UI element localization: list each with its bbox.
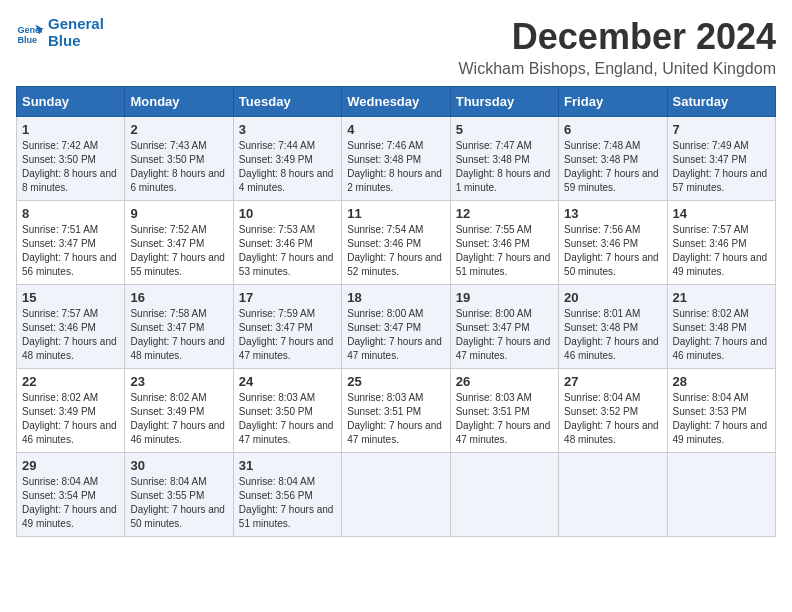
calendar-cell-1-3: 11Sunrise: 7:54 AM Sunset: 3:46 PM Dayli…	[342, 201, 450, 285]
day-content-4: Sunrise: 7:46 AM Sunset: 3:48 PM Dayligh…	[347, 139, 444, 195]
day-number-29: 29	[22, 458, 119, 473]
calendar-cell-4-6	[667, 453, 775, 537]
calendar-cell-0-2: 3Sunrise: 7:44 AM Sunset: 3:49 PM Daylig…	[233, 117, 341, 201]
logo-line1: General	[48, 16, 104, 33]
calendar-cell-2-2: 17Sunrise: 7:59 AM Sunset: 3:47 PM Dayli…	[233, 285, 341, 369]
logo-line2: Blue	[48, 33, 104, 50]
day-content-6: Sunrise: 7:48 AM Sunset: 3:48 PM Dayligh…	[564, 139, 661, 195]
day-content-16: Sunrise: 7:58 AM Sunset: 3:47 PM Dayligh…	[130, 307, 227, 363]
calendar-cell-0-0: 1Sunrise: 7:42 AM Sunset: 3:50 PM Daylig…	[17, 117, 125, 201]
header-tuesday: Tuesday	[233, 87, 341, 117]
calendar-cell-2-3: 18Sunrise: 8:00 AM Sunset: 3:47 PM Dayli…	[342, 285, 450, 369]
calendar-cell-3-5: 27Sunrise: 8:04 AM Sunset: 3:52 PM Dayli…	[559, 369, 667, 453]
calendar-cell-2-5: 20Sunrise: 8:01 AM Sunset: 3:48 PM Dayli…	[559, 285, 667, 369]
week-row-1: 1Sunrise: 7:42 AM Sunset: 3:50 PM Daylig…	[17, 117, 776, 201]
day-content-11: Sunrise: 7:54 AM Sunset: 3:46 PM Dayligh…	[347, 223, 444, 279]
calendar-cell-2-4: 19Sunrise: 8:00 AM Sunset: 3:47 PM Dayli…	[450, 285, 558, 369]
calendar-header-row: Sunday Monday Tuesday Wednesday Thursday…	[17, 87, 776, 117]
header: General Blue General Blue December 2024 …	[16, 16, 776, 78]
day-number-13: 13	[564, 206, 661, 221]
day-number-7: 7	[673, 122, 770, 137]
header-wednesday: Wednesday	[342, 87, 450, 117]
header-sunday: Sunday	[17, 87, 125, 117]
day-content-31: Sunrise: 8:04 AM Sunset: 3:56 PM Dayligh…	[239, 475, 336, 531]
day-number-11: 11	[347, 206, 444, 221]
calendar-table: Sunday Monday Tuesday Wednesday Thursday…	[16, 86, 776, 537]
day-content-2: Sunrise: 7:43 AM Sunset: 3:50 PM Dayligh…	[130, 139, 227, 195]
calendar-subtitle: Wickham Bishops, England, United Kingdom	[459, 60, 777, 78]
day-content-30: Sunrise: 8:04 AM Sunset: 3:55 PM Dayligh…	[130, 475, 227, 531]
day-content-9: Sunrise: 7:52 AM Sunset: 3:47 PM Dayligh…	[130, 223, 227, 279]
day-number-30: 30	[130, 458, 227, 473]
day-number-31: 31	[239, 458, 336, 473]
day-number-25: 25	[347, 374, 444, 389]
week-row-4: 22Sunrise: 8:02 AM Sunset: 3:49 PM Dayli…	[17, 369, 776, 453]
calendar-cell-3-0: 22Sunrise: 8:02 AM Sunset: 3:49 PM Dayli…	[17, 369, 125, 453]
day-number-2: 2	[130, 122, 227, 137]
day-number-21: 21	[673, 290, 770, 305]
calendar-cell-1-4: 12Sunrise: 7:55 AM Sunset: 3:46 PM Dayli…	[450, 201, 558, 285]
day-number-20: 20	[564, 290, 661, 305]
day-number-17: 17	[239, 290, 336, 305]
day-number-8: 8	[22, 206, 119, 221]
day-content-10: Sunrise: 7:53 AM Sunset: 3:46 PM Dayligh…	[239, 223, 336, 279]
day-content-22: Sunrise: 8:02 AM Sunset: 3:49 PM Dayligh…	[22, 391, 119, 447]
calendar-cell-4-2: 31Sunrise: 8:04 AM Sunset: 3:56 PM Dayli…	[233, 453, 341, 537]
calendar-cell-1-6: 14Sunrise: 7:57 AM Sunset: 3:46 PM Dayli…	[667, 201, 775, 285]
day-number-9: 9	[130, 206, 227, 221]
day-content-29: Sunrise: 8:04 AM Sunset: 3:54 PM Dayligh…	[22, 475, 119, 531]
day-number-24: 24	[239, 374, 336, 389]
logo-icon: General Blue	[16, 19, 44, 47]
day-number-18: 18	[347, 290, 444, 305]
day-number-6: 6	[564, 122, 661, 137]
calendar-cell-2-1: 16Sunrise: 7:58 AM Sunset: 3:47 PM Dayli…	[125, 285, 233, 369]
calendar-cell-3-6: 28Sunrise: 8:04 AM Sunset: 3:53 PM Dayli…	[667, 369, 775, 453]
calendar-cell-1-2: 10Sunrise: 7:53 AM Sunset: 3:46 PM Dayli…	[233, 201, 341, 285]
day-content-12: Sunrise: 7:55 AM Sunset: 3:46 PM Dayligh…	[456, 223, 553, 279]
header-monday: Monday	[125, 87, 233, 117]
calendar-cell-1-5: 13Sunrise: 7:56 AM Sunset: 3:46 PM Dayli…	[559, 201, 667, 285]
day-content-25: Sunrise: 8:03 AM Sunset: 3:51 PM Dayligh…	[347, 391, 444, 447]
calendar-cell-1-1: 9Sunrise: 7:52 AM Sunset: 3:47 PM Daylig…	[125, 201, 233, 285]
week-row-3: 15Sunrise: 7:57 AM Sunset: 3:46 PM Dayli…	[17, 285, 776, 369]
day-number-1: 1	[22, 122, 119, 137]
day-number-15: 15	[22, 290, 119, 305]
logo: General Blue General Blue	[16, 16, 104, 49]
calendar-cell-0-1: 2Sunrise: 7:43 AM Sunset: 3:50 PM Daylig…	[125, 117, 233, 201]
day-content-5: Sunrise: 7:47 AM Sunset: 3:48 PM Dayligh…	[456, 139, 553, 195]
calendar-cell-4-0: 29Sunrise: 8:04 AM Sunset: 3:54 PM Dayli…	[17, 453, 125, 537]
day-content-1: Sunrise: 7:42 AM Sunset: 3:50 PM Dayligh…	[22, 139, 119, 195]
day-content-8: Sunrise: 7:51 AM Sunset: 3:47 PM Dayligh…	[22, 223, 119, 279]
header-saturday: Saturday	[667, 87, 775, 117]
day-content-28: Sunrise: 8:04 AM Sunset: 3:53 PM Dayligh…	[673, 391, 770, 447]
calendar-cell-4-4	[450, 453, 558, 537]
calendar-cell-3-4: 26Sunrise: 8:03 AM Sunset: 3:51 PM Dayli…	[450, 369, 558, 453]
day-number-27: 27	[564, 374, 661, 389]
day-number-14: 14	[673, 206, 770, 221]
day-content-20: Sunrise: 8:01 AM Sunset: 3:48 PM Dayligh…	[564, 307, 661, 363]
day-number-3: 3	[239, 122, 336, 137]
day-content-18: Sunrise: 8:00 AM Sunset: 3:47 PM Dayligh…	[347, 307, 444, 363]
calendar-cell-2-0: 15Sunrise: 7:57 AM Sunset: 3:46 PM Dayli…	[17, 285, 125, 369]
calendar-cell-3-1: 23Sunrise: 8:02 AM Sunset: 3:49 PM Dayli…	[125, 369, 233, 453]
calendar-cell-2-6: 21Sunrise: 8:02 AM Sunset: 3:48 PM Dayli…	[667, 285, 775, 369]
calendar-cell-4-5	[559, 453, 667, 537]
day-content-19: Sunrise: 8:00 AM Sunset: 3:47 PM Dayligh…	[456, 307, 553, 363]
day-content-23: Sunrise: 8:02 AM Sunset: 3:49 PM Dayligh…	[130, 391, 227, 447]
day-number-28: 28	[673, 374, 770, 389]
day-content-26: Sunrise: 8:03 AM Sunset: 3:51 PM Dayligh…	[456, 391, 553, 447]
day-number-10: 10	[239, 206, 336, 221]
title-block: December 2024 Wickham Bishops, England, …	[459, 16, 777, 78]
day-content-13: Sunrise: 7:56 AM Sunset: 3:46 PM Dayligh…	[564, 223, 661, 279]
svg-text:Blue: Blue	[17, 34, 37, 44]
day-content-3: Sunrise: 7:44 AM Sunset: 3:49 PM Dayligh…	[239, 139, 336, 195]
day-number-19: 19	[456, 290, 553, 305]
day-number-16: 16	[130, 290, 227, 305]
day-number-23: 23	[130, 374, 227, 389]
calendar-cell-4-1: 30Sunrise: 8:04 AM Sunset: 3:55 PM Dayli…	[125, 453, 233, 537]
day-content-21: Sunrise: 8:02 AM Sunset: 3:48 PM Dayligh…	[673, 307, 770, 363]
calendar-cell-0-4: 5Sunrise: 7:47 AM Sunset: 3:48 PM Daylig…	[450, 117, 558, 201]
day-number-22: 22	[22, 374, 119, 389]
calendar-title: December 2024	[459, 16, 777, 58]
calendar-cell-3-2: 24Sunrise: 8:03 AM Sunset: 3:50 PM Dayli…	[233, 369, 341, 453]
